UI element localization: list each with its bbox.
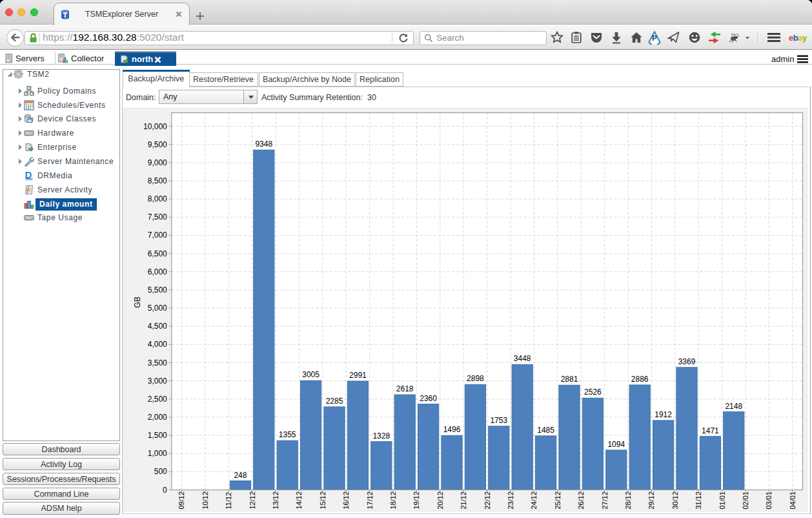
svg-text:27/12: 27/12 [601,492,609,510]
svg-text:1,500: 1,500 [148,431,167,440]
svg-text:6,000: 6,000 [148,267,167,276]
svg-text:6,500: 6,500 [148,249,167,258]
svg-text:25/12: 25/12 [554,492,562,510]
svg-text:11/12: 11/12 [225,492,232,510]
svg-text:2285: 2285 [326,397,343,406]
svg-text:2886: 2886 [631,375,649,384]
svg-text:P: P [652,34,656,42]
svg-text:21/12: 21/12 [460,492,467,510]
svg-text:26/12: 26/12 [577,492,585,510]
svg-text:31/12: 31/12 [695,492,702,510]
svg-text:24/12: 24/12 [530,492,538,510]
svg-text:1912: 1912 [655,410,672,419]
svg-text:8,000: 8,000 [148,194,167,203]
svg-text:02/01: 02/01 [742,492,749,510]
svg-text:1328: 1328 [372,431,390,440]
svg-text:8,500: 8,500 [148,176,167,185]
svg-text:10/12: 10/12 [201,492,209,510]
svg-text:5,000: 5,000 [148,304,167,313]
svg-text:1,000: 1,000 [148,449,167,458]
svg-text:1471: 1471 [702,426,719,435]
svg-text:16/12: 16/12 [342,492,350,510]
svg-text:4,500: 4,500 [148,322,167,331]
svg-text:2526: 2526 [584,388,602,397]
svg-text:2618: 2618 [396,384,414,393]
svg-text:29/12: 29/12 [647,492,655,510]
svg-text:248: 248 [234,471,247,480]
svg-text:2148: 2148 [725,402,742,411]
svg-text:12/12: 12/12 [249,492,256,510]
svg-text:GB: GB [133,296,142,307]
svg-text:3,500: 3,500 [148,358,167,368]
svg-text:18/12: 18/12 [389,492,397,510]
svg-text:9348: 9348 [255,140,272,149]
svg-text:19/12: 19/12 [412,492,420,510]
svg-text:30/12: 30/12 [671,492,679,510]
svg-text:2,500: 2,500 [148,395,167,404]
svg-text:17/12: 17/12 [366,492,374,510]
svg-text:4,000: 4,000 [148,340,167,349]
svg-text:10,000: 10,000 [143,122,167,131]
svg-text:500: 500 [154,467,167,476]
svg-text:03/01: 03/01 [765,492,773,510]
svg-text:5,500: 5,500 [148,285,167,295]
svg-text:20/12: 20/12 [436,492,444,510]
svg-text:13/12: 13/12 [272,492,279,510]
svg-text:1094: 1094 [607,440,625,449]
svg-text:3,000: 3,000 [148,377,167,386]
svg-text:9,000: 9,000 [148,158,167,167]
svg-text:7,500: 7,500 [148,212,167,222]
svg-text:7,000: 7,000 [148,231,167,240]
svg-text:2,000: 2,000 [148,413,167,422]
svg-text:2991: 2991 [349,371,367,380]
svg-text:22/12: 22/12 [483,492,491,510]
svg-text:23/12: 23/12 [507,492,514,510]
svg-text:04/01: 04/01 [789,492,797,510]
svg-text:14/12: 14/12 [295,492,303,510]
svg-text:3448: 3448 [514,354,531,363]
svg-text:28/12: 28/12 [624,492,632,510]
svg-text:2898: 2898 [467,374,484,383]
svg-text:9,500: 9,500 [148,140,167,149]
svg-text:01/01: 01/01 [718,492,726,510]
svg-text:2881: 2881 [561,375,578,384]
svg-text:1355: 1355 [279,430,296,439]
svg-text:1753: 1753 [490,416,507,425]
svg-text:1496: 1496 [443,425,461,434]
svg-text:2360: 2360 [420,394,437,403]
svg-text:3369: 3369 [678,357,696,366]
svg-text:0: 0 [163,486,167,495]
svg-text:15/12: 15/12 [319,492,327,510]
svg-text:1485: 1485 [537,426,554,435]
svg-text:09/12: 09/12 [178,492,185,510]
svg-text:3005: 3005 [302,370,320,379]
